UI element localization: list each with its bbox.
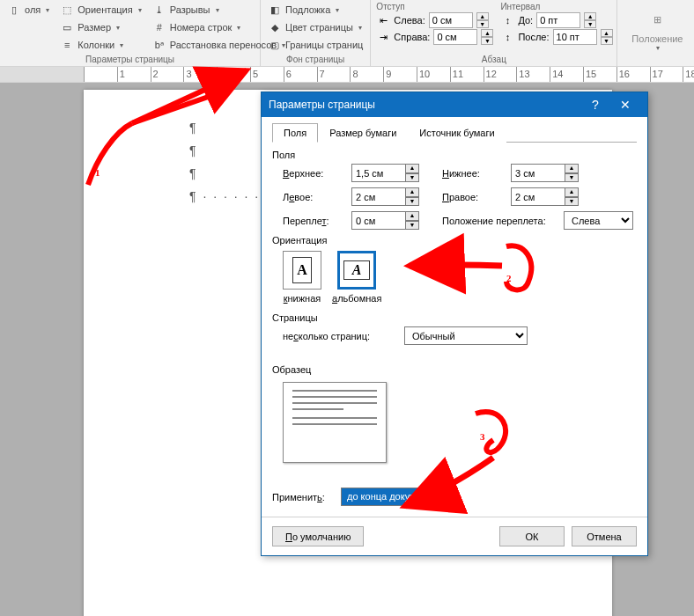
- spacing-after-spin[interactable]: ▲▼: [601, 29, 613, 45]
- top-margin-label: Верхнее:: [283, 168, 344, 179]
- indent-right: ⇥ Справа: ▲▼: [376, 29, 493, 45]
- hyphenation-icon: bᵃ: [152, 38, 166, 52]
- ribbon-group-arrange: ⊞ Положение ▾: [617, 0, 694, 66]
- preview-group-label: Образец: [272, 364, 637, 375]
- pages-group-label: Страницы: [272, 312, 637, 323]
- tab-fields[interactable]: Поля: [272, 123, 318, 143]
- apply-label: Применить:: [272, 492, 334, 502]
- spacing-after-input[interactable]: [553, 29, 597, 45]
- default-button[interactable]: По умолчанию: [272, 526, 364, 546]
- columns-icon: ≡: [60, 38, 74, 52]
- fields-group-label: Поля: [272, 150, 637, 160]
- help-button[interactable]: ?: [580, 92, 610, 117]
- portrait-icon: A: [292, 257, 312, 283]
- ok-button[interactable]: ОК: [499, 526, 565, 546]
- spacing-before-input[interactable]: [536, 12, 580, 28]
- page-color-btn[interactable]: ◆Цвет страницы▾: [266, 19, 365, 35]
- indent-right-input[interactable]: [433, 29, 477, 45]
- ribbon-group-paragraph: Отступ ⇤ Слева: ▲▼ ⇥ Справа: ▲▼ Интервал: [371, 0, 617, 66]
- columns-btn[interactable]: ≡Колонки▾: [58, 37, 143, 53]
- close-button[interactable]: ✕: [610, 92, 640, 117]
- watermark-icon: ◧: [268, 3, 282, 17]
- multi-pages-label: несколько страниц:: [283, 331, 397, 341]
- group-label-page-background[interactable]: Фон страницы: [266, 53, 365, 66]
- spacing-title: Интервал: [500, 2, 612, 11]
- ribbon-group-page-background: ◧Подложка▾ ◆Цвет страницы▾ ▢Границы стра…: [261, 0, 371, 66]
- tab-paper-source[interactable]: Источник бумаги: [408, 123, 506, 143]
- dialog-titlebar[interactable]: Параметры страницы ? ✕: [262, 92, 647, 117]
- spacing-before-icon: ↕: [500, 13, 514, 27]
- dialog-tabs: Поля Размер бумаги Источник бумаги: [272, 122, 637, 143]
- orientation-landscape[interactable]: A альбомная: [332, 251, 381, 304]
- position-icon: ⊞: [643, 5, 671, 33]
- indent-left: ⇤ Слева: ▲▼: [376, 12, 493, 28]
- apply-to-select[interactable]: до конца документа▼: [341, 488, 458, 506]
- page-color-icon: ◆: [268, 20, 282, 34]
- left-margin-label: Левое:: [283, 192, 344, 202]
- page-borders-icon: ▢: [268, 38, 282, 52]
- orientation-btn[interactable]: ⬚Ориентация▾: [58, 2, 143, 18]
- landscape-icon: A: [343, 260, 370, 280]
- breaks-icon: ⤓: [152, 3, 166, 17]
- bottom-margin-label: Нижнее:: [442, 168, 504, 179]
- spacing-after-icon: ↕: [500, 30, 514, 44]
- cancel-button[interactable]: Отмена: [572, 526, 637, 546]
- horizontal-ruler[interactable]: 12 345 678 91011 121314 151617 18: [0, 67, 694, 83]
- right-margin-label: Правое:: [442, 192, 504, 202]
- gutter-pos-select[interactable]: Слева: [564, 211, 633, 230]
- position-btn[interactable]: ⊞ Положение ▾: [623, 2, 691, 55]
- indent-left-spin[interactable]: ▲▼: [476, 12, 489, 28]
- right-margin-spin[interactable]: ▲▼: [511, 187, 579, 206]
- indent-title: Отступ: [376, 2, 493, 11]
- gutter-label: Переплет:: [283, 216, 344, 226]
- size-icon: ▭: [60, 20, 74, 34]
- group-label-page-setup[interactable]: Параметры страницы: [5, 53, 255, 66]
- margins-icon: ▯: [7, 3, 21, 17]
- left-margin-spin[interactable]: ▲▼: [351, 187, 419, 206]
- page-borders-btn[interactable]: ▢Границы страниц: [266, 37, 365, 53]
- gutter-pos-label: Положение переплета:: [442, 216, 557, 226]
- spacing-before-spin[interactable]: ▲▼: [584, 12, 596, 28]
- orientation-portrait[interactable]: A книжная: [283, 251, 321, 304]
- group-label-paragraph[interactable]: Абзац: [376, 53, 611, 66]
- bottom-margin-spin[interactable]: ▲▼: [511, 164, 579, 182]
- indent-left-input[interactable]: [429, 12, 473, 28]
- fields-btn[interactable]: ▯оля▾: [5, 2, 51, 18]
- spacing-after: ↕ После: ▲▼: [500, 29, 612, 45]
- tab-paper-size[interactable]: Размер бумаги: [318, 123, 408, 143]
- multi-pages-select[interactable]: Обычный: [404, 326, 528, 345]
- ribbon-group-page-setup: ▯оля▾ ⬚Ориентация▾ ▭Размер▾ ≡Колонки▾ ⤓Р…: [0, 0, 261, 66]
- gutter-spin[interactable]: ▲▼: [351, 211, 419, 230]
- indent-right-icon: ⇥: [376, 30, 390, 44]
- orientation-group-label: Ориентация: [272, 235, 637, 246]
- page-setup-dialog: Параметры страницы ? ✕ Поля Размер бумаг…: [261, 92, 648, 556]
- top-margin-spin[interactable]: ▲▼: [351, 164, 419, 182]
- line-numbers-icon: #: [152, 20, 166, 34]
- spacing-before: ↕ До: ▲▼: [500, 12, 612, 28]
- indent-left-icon: ⇤: [376, 13, 390, 27]
- dialog-title: Параметры страницы: [269, 99, 580, 111]
- preview-box: [283, 382, 387, 463]
- watermark-btn[interactable]: ◧Подложка▾: [266, 2, 365, 18]
- ribbon: ▯оля▾ ⬚Ориентация▾ ▭Размер▾ ≡Колонки▾ ⤓Р…: [0, 0, 694, 67]
- orientation-icon: ⬚: [60, 3, 74, 17]
- size-btn[interactable]: ▭Размер▾: [58, 19, 143, 35]
- indent-right-spin[interactable]: ▲▼: [481, 29, 493, 45]
